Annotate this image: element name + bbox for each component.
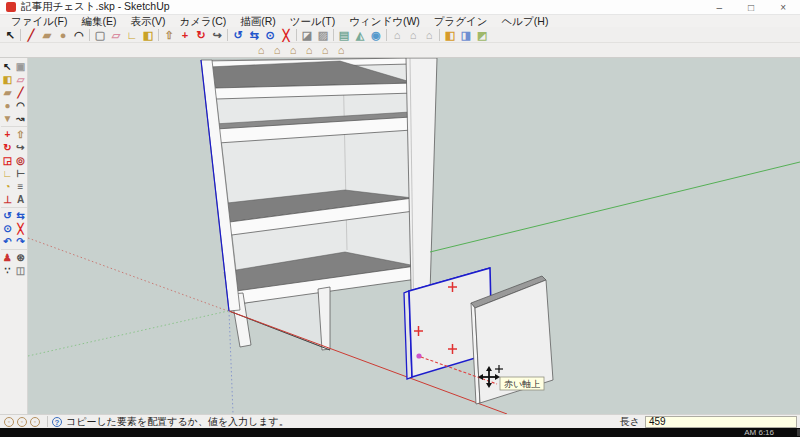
- circle-icon[interactable]: ●: [55, 28, 71, 42]
- follow-me-icon[interactable]: ↪: [14, 141, 27, 154]
- separator: [158, 29, 159, 41]
- close-button[interactable]: ×: [780, 1, 786, 14]
- signin-status-icon[interactable]: ◦: [30, 417, 40, 427]
- toggle-terrain-icon[interactable]: ◭: [352, 28, 368, 42]
- share-model-icon[interactable]: ⌂: [405, 28, 421, 42]
- axes-icon[interactable]: ⊥: [1, 193, 14, 206]
- drawing-canvas[interactable]: 赤い軸上: [28, 58, 800, 414]
- offset-icon[interactable]: ◎: [14, 154, 27, 167]
- make-component-icon[interactable]: ▣: [14, 60, 27, 73]
- os-taskbar[interactable]: AM 6:16: [0, 428, 800, 437]
- section-plane-icon[interactable]: ◫: [14, 264, 27, 277]
- arc-icon[interactable]: ◠: [71, 28, 87, 42]
- arc-icon[interactable]: ◠: [14, 99, 27, 112]
- front-view-icon[interactable]: ⌂: [285, 43, 301, 57]
- select-icon[interactable]: ↖: [2, 28, 18, 42]
- scale-icon[interactable]: ◲: [1, 154, 14, 167]
- top-view-icon[interactable]: ⌂: [269, 43, 285, 57]
- select-icon[interactable]: ↖: [1, 60, 14, 73]
- eraser-icon[interactable]: ▱: [108, 28, 124, 42]
- pan-icon[interactable]: ⇆: [246, 28, 262, 42]
- eraser-icon[interactable]: ▱: [14, 73, 27, 86]
- zoom-extents-icon[interactable]: ╳: [14, 222, 27, 235]
- measurement-input[interactable]: 459: [645, 416, 797, 428]
- status-bar: ◦◦◦ ? コピーした要素を配置するか、値を入力します。 長さ 459: [0, 414, 800, 428]
- dimension-icon[interactable]: ⊢: [14, 167, 27, 180]
- paint-bucket-icon[interactable]: ◧: [140, 28, 156, 42]
- maximize-button[interactable]: □: [748, 1, 754, 14]
- text-icon[interactable]: ≡: [14, 180, 27, 193]
- follow-me-icon[interactable]: ↪: [209, 28, 225, 42]
- rotate-icon[interactable]: ↻: [193, 28, 209, 42]
- blue-axis-negative: [229, 311, 233, 414]
- menu-edit[interactable]: 編集(E): [74, 15, 123, 27]
- inference-point: [416, 353, 421, 358]
- separator: [386, 29, 387, 41]
- menu-draw[interactable]: 描画(R): [233, 15, 283, 27]
- line-icon[interactable]: ╱: [14, 86, 27, 99]
- styles-cube-3-icon[interactable]: ◩: [474, 28, 490, 42]
- menu-window[interactable]: ウィンドウ(W): [342, 15, 427, 27]
- make-component-icon[interactable]: ▢: [92, 28, 108, 42]
- left-view-icon[interactable]: ⌂: [333, 43, 349, 57]
- add-location-icon[interactable]: ▤: [336, 28, 352, 42]
- separator: [227, 29, 228, 41]
- tape-measure-icon[interactable]: ∟: [124, 28, 140, 42]
- help-icon[interactable]: ?: [52, 417, 62, 427]
- next-icon[interactable]: ↷: [14, 235, 27, 248]
- previous-icon[interactable]: ↶: [1, 235, 14, 248]
- move-icon[interactable]: +: [1, 128, 14, 141]
- section-plane-icon[interactable]: ◪: [299, 28, 315, 42]
- rectangle-icon[interactable]: ▰: [1, 86, 14, 99]
- rotate-icon[interactable]: ↻: [1, 141, 14, 154]
- inference-tooltip: 赤い軸上: [500, 377, 544, 390]
- pan-icon[interactable]: ⇆: [14, 209, 27, 222]
- share-component-icon[interactable]: ⌂: [421, 28, 437, 42]
- measurement-label: 長さ: [620, 415, 640, 429]
- get-models-icon[interactable]: ⌂: [389, 28, 405, 42]
- credits-status-icon[interactable]: ◦: [17, 417, 27, 427]
- menu-plugins[interactable]: プラグイン: [427, 15, 495, 27]
- menu-tools[interactable]: ツール(T): [283, 15, 342, 27]
- paint-bucket-icon[interactable]: ◧: [1, 73, 14, 86]
- styles-cube-2-icon[interactable]: ◨: [458, 28, 474, 42]
- app-icon: [6, 2, 16, 12]
- section-display-icon[interactable]: ▨: [315, 28, 331, 42]
- google-earth-icon[interactable]: ◉: [368, 28, 384, 42]
- zoom-icon[interactable]: ⊙: [262, 28, 278, 42]
- iso-view-icon[interactable]: ⌂: [253, 43, 269, 57]
- menu-camera[interactable]: カメラ(C): [172, 15, 233, 27]
- menu-bar: ファイル(F) 編集(E) 表示(V) カメラ(C) 描画(R) ツール(T) …: [0, 15, 800, 27]
- circle-icon[interactable]: ●: [1, 99, 14, 112]
- geolocation-status-icon[interactable]: ◦: [4, 417, 14, 427]
- status-icons: ◦◦◦: [4, 417, 43, 427]
- menu-view[interactable]: 表示(V): [123, 15, 172, 27]
- freehand-icon[interactable]: ↝: [14, 112, 27, 125]
- 3d-text-icon[interactable]: A: [14, 193, 27, 206]
- zoom-icon[interactable]: ⊙: [1, 222, 14, 235]
- line-icon[interactable]: ╱: [23, 28, 39, 42]
- push-pull-icon[interactable]: ⇧: [161, 28, 177, 42]
- minimize-button[interactable]: –: [717, 1, 723, 14]
- look-around-icon[interactable]: ⊛: [14, 251, 27, 264]
- position-camera-icon[interactable]: ♟: [1, 251, 14, 264]
- protractor-icon[interactable]: ◔: [1, 180, 14, 193]
- styles-cube-1-icon[interactable]: ◧: [442, 28, 458, 42]
- right-view-icon[interactable]: ⌂: [301, 43, 317, 57]
- menu-help[interactable]: ヘルプ(H): [495, 15, 556, 27]
- shelf-cabinet-model[interactable]: [201, 58, 437, 352]
- rectangle-icon[interactable]: ▰: [39, 28, 55, 42]
- polygon-icon[interactable]: ▼: [1, 112, 14, 125]
- drawing-viewport[interactable]: 赤い軸上: [28, 58, 800, 414]
- orbit-icon[interactable]: ↺: [1, 209, 14, 222]
- views-toolbar: ⌂⌂⌂⌂⌂⌂: [0, 43, 800, 58]
- menu-file[interactable]: ファイル(F): [4, 15, 74, 27]
- back-view-icon[interactable]: ⌂: [317, 43, 333, 57]
- title-bar: 記事用チェスト.skp - SketchUp – □ ×: [0, 0, 800, 15]
- push-pull-icon[interactable]: ⇧: [14, 128, 27, 141]
- walk-icon[interactable]: ∵: [1, 264, 14, 277]
- zoom-extents-icon[interactable]: ╳: [278, 28, 294, 42]
- move-icon[interactable]: +: [177, 28, 193, 42]
- tape-measure-icon[interactable]: ∟: [1, 167, 14, 180]
- orbit-icon[interactable]: ↺: [230, 28, 246, 42]
